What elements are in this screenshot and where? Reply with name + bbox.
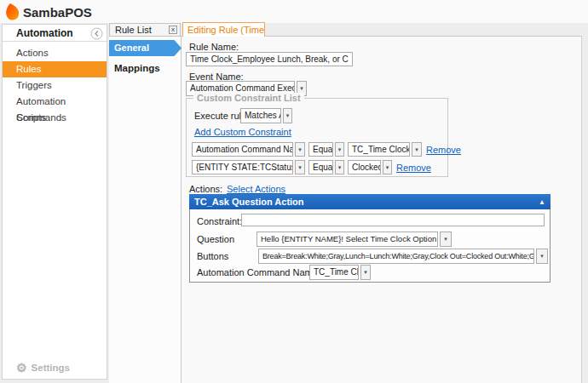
chevron-down-icon[interactable]: ▾ bbox=[283, 108, 292, 123]
collapse-back-icon[interactable] bbox=[90, 27, 103, 43]
collapse-up-icon[interactable]: ▲ bbox=[539, 198, 545, 206]
close-icon[interactable]: x bbox=[169, 26, 177, 34]
buttons-label: Buttons bbox=[197, 251, 228, 261]
remove-constraint-link[interactable]: Remove bbox=[396, 163, 431, 173]
tab-editing-rule[interactable]: Editing Rule (Time Clo x bbox=[182, 22, 265, 37]
add-custom-constraint-link[interactable]: Add Custom Constraint bbox=[194, 127, 291, 137]
flame-icon bbox=[4, 3, 21, 21]
buttons-value[interactable]: Break=Break:White;Gray,Lunch=Lunch:White… bbox=[258, 249, 534, 264]
custom-constraint-group: Custom Constraint List Execute rule if M… bbox=[186, 98, 448, 177]
tab-rule-list[interactable]: Rule List x bbox=[109, 23, 181, 37]
rule-edit-subnav: General Settings Mappings bbox=[109, 37, 182, 383]
chevron-down-icon[interactable]: ▾ bbox=[383, 160, 392, 174]
gear-icon: ⚙ bbox=[16, 362, 27, 374]
automation-command-name-value[interactable]: TC_Time Clock bbox=[309, 265, 359, 280]
match-mode-value[interactable]: Matches All bbox=[240, 108, 281, 123]
chevron-down-icon[interactable]: ▾ bbox=[335, 160, 344, 174]
constraint-row: {ENTITY STATE:TCStatus} ▾ Equals ▾ Clock… bbox=[192, 160, 431, 174]
sidebar-items: Actions Rules Triggers Automation Comman… bbox=[3, 45, 107, 126]
sidebar-item-automation-commands[interactable]: Automation Commands bbox=[3, 94, 107, 110]
question-label: Question bbox=[197, 234, 234, 244]
chevron-down-icon[interactable]: ▾ bbox=[295, 142, 305, 157]
subnav-item-general-settings[interactable]: General Settings bbox=[109, 40, 182, 56]
constraint-row: Automation Command Name ▾ Equals ▾ TC_Ti… bbox=[192, 142, 461, 157]
sidebar-item-rules[interactable]: Rules bbox=[3, 61, 107, 77]
action-panel-body: Constraint: Question Hello {ENTITY NAME}… bbox=[189, 209, 551, 283]
subnav-item-mappings[interactable]: Mappings bbox=[109, 63, 160, 73]
action-panel-header[interactable]: TC_Ask Question Action ▲ bbox=[189, 194, 551, 209]
brand-name: SambaPOS bbox=[23, 5, 92, 20]
tab-editing-rule-label: Editing Rule (Time Clo bbox=[187, 25, 265, 35]
select-actions-link[interactable]: Select Actions bbox=[227, 184, 285, 194]
constraint-operator-combo[interactable]: Equals bbox=[308, 142, 333, 157]
chevron-down-icon[interactable]: ▾ bbox=[295, 160, 305, 174]
rule-editor-panel: Rule Name: Event Name: Automation Comman… bbox=[182, 37, 582, 383]
sidebar-header: Automation bbox=[3, 25, 107, 42]
buttons-combo[interactable]: Break=Break:White;Gray,Lunch=Lunch:White… bbox=[258, 249, 548, 264]
automation-command-name-label: Automation Command Name bbox=[197, 267, 318, 277]
automation-command-name-combo[interactable]: TC_Time Clock ▾ bbox=[309, 265, 371, 280]
question-value[interactable]: Hello {ENTITY NAME}! Select Time Clock O… bbox=[257, 232, 438, 247]
custom-constraint-group-title: Custom Constraint List bbox=[193, 93, 304, 103]
top-bar: SambaPOS bbox=[0, 0, 588, 23]
sidebar-item-actions[interactable]: Actions bbox=[3, 45, 107, 61]
chevron-down-icon[interactable]: ▾ bbox=[412, 142, 422, 157]
rule-name-label: Rule Name: bbox=[189, 42, 239, 52]
question-combo[interactable]: Hello {ENTITY NAME}! Select Time Clock O… bbox=[257, 232, 452, 247]
chevron-down-icon[interactable]: ▾ bbox=[440, 232, 452, 247]
rule-name-input[interactable] bbox=[186, 52, 353, 66]
constraint-value-combo[interactable]: Clocked In bbox=[348, 160, 381, 174]
settings-button[interactable]: ⚙ Settings bbox=[16, 362, 70, 374]
action-panel: TC_Ask Question Action ▲ Constraint: Que… bbox=[189, 194, 551, 283]
settings-label: Settings bbox=[32, 363, 70, 373]
actions-label: Actions: bbox=[189, 184, 222, 194]
constraint-label: Constraint: bbox=[197, 216, 242, 226]
constraint-operator-combo[interactable]: Equals bbox=[308, 160, 333, 174]
constraint-field-combo[interactable]: {ENTITY STATE:TCStatus} bbox=[192, 160, 293, 174]
chevron-down-icon[interactable]: ▾ bbox=[360, 265, 371, 280]
sidebar-item-triggers[interactable]: Triggers bbox=[3, 77, 107, 94]
chevron-down-icon[interactable]: ▾ bbox=[536, 249, 548, 264]
remove-constraint-link[interactable]: Remove bbox=[426, 145, 461, 155]
chevron-down-icon[interactable]: ▾ bbox=[335, 142, 344, 157]
sidebar-title: Automation bbox=[16, 27, 73, 39]
app-logo: SambaPOS bbox=[4, 3, 92, 21]
constraint-field-combo[interactable]: Automation Command Name bbox=[192, 142, 293, 157]
constraint-value-combo[interactable]: TC_Time Clock Ask bbox=[348, 142, 410, 157]
sidebar: Automation Actions Rules Triggers Automa… bbox=[2, 24, 107, 380]
tab-rule-list-label: Rule List bbox=[115, 25, 152, 35]
action-constraint-input[interactable] bbox=[241, 214, 545, 226]
action-panel-title: TC_Ask Question Action bbox=[194, 197, 304, 207]
match-mode-combo[interactable]: Matches All ▾ bbox=[240, 108, 292, 123]
